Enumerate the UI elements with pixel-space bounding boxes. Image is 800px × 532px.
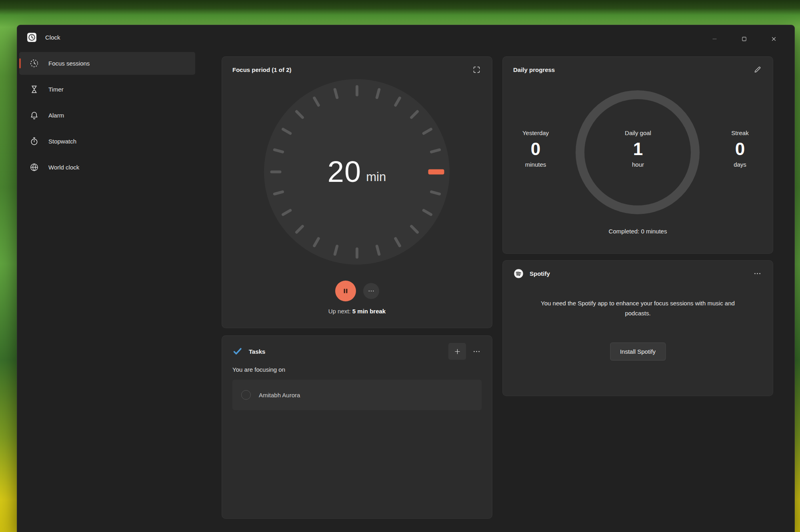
more-options-icon [368, 287, 375, 295]
window-controls [702, 32, 786, 46]
spotify-message: You need the Spotify app to enhance your… [531, 299, 745, 319]
more-options-icon [753, 269, 762, 278]
expand-focus-button[interactable] [471, 64, 482, 76]
sidebar-item-label: Timer [48, 86, 64, 93]
sidebar-nav: Focus sessions Timer Alarm [19, 52, 195, 179]
minimize-icon [711, 36, 718, 42]
daily-goal-value: 1 [606, 140, 670, 158]
streak-value: 0 [708, 140, 772, 158]
focus-sessions-icon [30, 59, 39, 68]
close-icon [770, 36, 777, 42]
pencil-icon [753, 66, 762, 74]
sidebar-item-label: Stopwatch [48, 138, 76, 145]
sidebar: Clock Focus sessions Timer [17, 25, 197, 532]
maximize-icon [741, 36, 748, 42]
tasks-card: Tasks You are focusing on Amitabh Aurora [222, 335, 492, 519]
maximize-button[interactable] [732, 32, 756, 46]
timer-remaining-value: 20 [328, 157, 361, 187]
sidebar-item-timer[interactable]: Timer [19, 78, 195, 101]
sidebar-item-world-clock[interactable]: World clock [19, 156, 195, 179]
timer-more-options-button[interactable] [363, 283, 379, 299]
tasks-more-options-button[interactable] [471, 346, 482, 357]
completed-text: Completed: 0 minutes [503, 228, 773, 235]
world-clock-icon [30, 163, 39, 172]
tasks-title: Tasks [249, 348, 265, 355]
plus-icon [453, 347, 462, 356]
up-next-value: 5 min break [352, 308, 386, 315]
focus-period-title: Focus period (1 of 2) [232, 66, 292, 73]
focus-timer-dial: 20 min [264, 79, 450, 265]
expand-icon [472, 66, 481, 74]
stopwatch-icon [30, 137, 39, 146]
hourglass-icon [30, 85, 39, 94]
up-next-text: Up next: 5 min break [222, 308, 492, 315]
spotify-icon [513, 268, 524, 279]
circle-checkbox-icon[interactable] [241, 390, 251, 400]
selected-accent-bar [19, 58, 21, 68]
spotify-title: Spotify [530, 270, 550, 277]
pause-button[interactable] [335, 281, 356, 301]
task-row[interactable]: Amitabh Aurora [232, 380, 482, 410]
sidebar-item-focus-sessions[interactable]: Focus sessions [19, 52, 195, 75]
minimize-button[interactable] [702, 32, 726, 46]
bell-icon [30, 111, 39, 120]
daily-progress-card: Daily progress Yesterday 0 minutes Daily… [502, 56, 773, 254]
clock-app-icon [27, 32, 37, 42]
more-options-icon [472, 347, 481, 356]
stat-streak: Streak 0 days [708, 130, 772, 168]
sidebar-item-label: Alarm [48, 112, 64, 119]
clock-app-window: Clock Focus sessions Timer [17, 25, 795, 532]
stat-yesterday: Yesterday 0 minutes [504, 130, 568, 168]
yesterday-value: 0 [504, 140, 568, 158]
close-button[interactable] [762, 32, 786, 46]
app-title-row: Clock [27, 32, 60, 42]
pause-icon [341, 286, 350, 296]
timer-remaining-unit: min [366, 159, 386, 184]
app-title: Clock [45, 34, 60, 41]
sidebar-item-stopwatch[interactable]: Stopwatch [19, 130, 195, 153]
spotify-card: Spotify You need the Spotify app to enha… [502, 260, 773, 396]
add-task-button[interactable] [448, 343, 466, 360]
tasks-check-icon [232, 347, 242, 356]
stat-daily-goal: Daily goal 1 hour [606, 130, 670, 168]
task-name: Amitabh Aurora [259, 392, 300, 399]
sidebar-item-label: World clock [48, 164, 79, 171]
install-spotify-button[interactable]: Install Spotify [610, 343, 666, 361]
focusing-on-label: You are focusing on [232, 366, 285, 373]
sidebar-item-label: Focus sessions [48, 60, 90, 67]
desktop-wallpaper: Clock Focus sessions Timer [0, 0, 800, 532]
focus-period-card: Focus period (1 of 2) 20 min [222, 56, 492, 328]
sidebar-item-alarm[interactable]: Alarm [19, 104, 195, 127]
daily-progress-title: Daily progress [513, 66, 555, 73]
edit-goal-button[interactable] [752, 64, 763, 76]
spotify-more-options-button[interactable] [752, 268, 763, 279]
